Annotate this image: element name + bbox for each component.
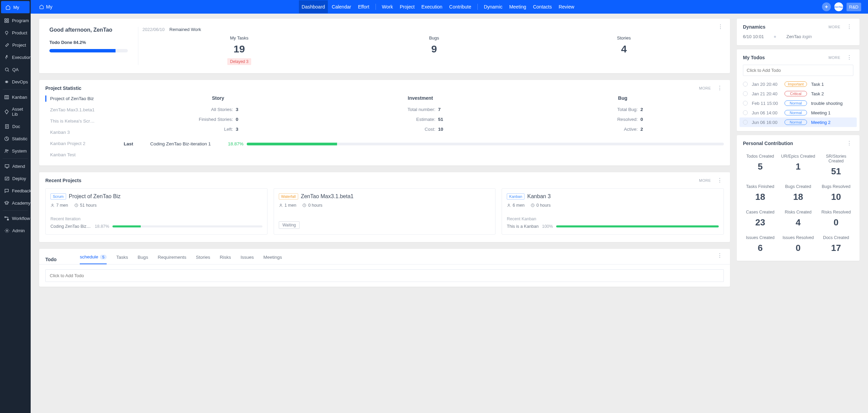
sidebar-item-statistic[interactable]: Statistic (0, 132, 31, 145)
add-button[interactable] (822, 2, 831, 11)
role-badge[interactable]: R&D (847, 3, 861, 11)
project-list-item[interactable]: This is Kelsea's Scr… (45, 118, 113, 124)
tab-execution[interactable]: Execution (419, 0, 445, 13)
svg-rect-2 (5, 21, 6, 22)
tab-contacts[interactable]: Contacts (530, 0, 554, 13)
recent-more[interactable]: MORE (699, 178, 711, 182)
breadcrumb[interactable]: My (31, 4, 61, 10)
sidebar-item-product[interactable]: Product (0, 27, 31, 39)
project-statistic-more-icon[interactable]: ⋮ (716, 85, 724, 91)
contribution-item[interactable]: Issues Resolved0 (781, 235, 815, 253)
project-list-item[interactable]: ZenTao Max3.1.beta1 (45, 107, 113, 113)
rocket-icon (4, 42, 10, 48)
sidebar-item-my[interactable]: My (1, 1, 30, 13)
sidebar-item-asset-lib[interactable]: Asset Lib (0, 103, 31, 120)
checkbox-icon[interactable] (743, 91, 748, 96)
checkbox-icon[interactable] (743, 82, 748, 86)
tab-dynamic[interactable]: Dynamic (481, 0, 505, 13)
tab-project[interactable]: Project (397, 0, 417, 13)
todo-tab-meetings[interactable]: Meetings (263, 255, 282, 264)
feedback-icon (4, 188, 9, 193)
sidebar-item-deploy[interactable]: Deploy (0, 172, 31, 185)
recent-more-icon[interactable]: ⋮ (716, 177, 724, 184)
contribution-item[interactable]: Docs Created17 (819, 235, 853, 253)
sidebar-item-program[interactable]: Program (0, 14, 31, 27)
sidebar-item-execution[interactable]: Execution (0, 51, 31, 63)
welcome-more-icon[interactable]: ⋮ (716, 23, 725, 30)
tab-calendar[interactable]: Calendar (329, 0, 354, 13)
svg-point-17 (52, 204, 53, 205)
contribution-item[interactable]: Todos Created5 (743, 154, 777, 177)
mytodo-row[interactable]: Feb 11 15:00Normaltrouble shooting (740, 98, 857, 108)
mytodo-row[interactable]: Jan 21 20:40CriticalTask 2 (740, 89, 857, 98)
mytodo-row[interactable]: Jan 20 20:40ImportantTask 1 (740, 79, 857, 89)
todo-tab-risks[interactable]: Risks (220, 255, 231, 264)
sidebar-item-system[interactable]: System (0, 145, 31, 157)
tab-dashboard[interactable]: Dashboard (299, 0, 328, 13)
project-list-item[interactable]: Project of ZenTao Biz (45, 95, 113, 102)
project-statistic-more[interactable]: MORE (699, 86, 711, 90)
contribution-item[interactable]: UR/Epics Created1 (781, 154, 815, 177)
todo-add-input[interactable] (45, 269, 724, 282)
project-list-item[interactable]: Kanban Project 2 (45, 140, 113, 147)
sidebar-item-attend[interactable]: Attend (0, 160, 31, 172)
svg-rect-14 (5, 217, 6, 218)
contribution-item[interactable]: Bugs Resolved10 (819, 184, 853, 202)
mytodo-row[interactable]: Jun 06 14:00NormalMeeting 1 (740, 108, 857, 117)
sidebar-item-doc[interactable]: Doc (0, 120, 31, 132)
contribution-item[interactable]: Cases Created23 (743, 210, 777, 228)
sidebar-item-academy[interactable]: Academy (0, 197, 31, 209)
todo-tab-issues[interactable]: Issues (241, 255, 254, 264)
welcome-stat[interactable]: Stories4 (617, 35, 631, 65)
sidebar-item-qa[interactable]: QA (0, 63, 31, 76)
my-todos-more[interactable]: MORE (828, 55, 840, 60)
welcome-stat[interactable]: My Tasks19Delayed 3 (227, 35, 251, 65)
delayed-badge: Delayed 3 (227, 58, 251, 65)
type-tag: Waterfall (279, 193, 298, 200)
last-iteration-name[interactable]: Coding ZenTao Biz-iteration 1 (150, 141, 211, 146)
contribution-more-icon[interactable]: ⋮ (845, 140, 853, 146)
contribution-item[interactable]: Risks Resolved0 (819, 210, 853, 228)
project-list-item[interactable]: Kanban Test (45, 152, 113, 158)
sidebar-item-devops[interactable]: DevOps (0, 76, 31, 88)
contribution-item[interactable]: Tasks Finished18 (743, 184, 777, 202)
logo-avatar[interactable]: ZenTao (834, 2, 843, 11)
sidebar-item-kanban[interactable]: Kanban (0, 91, 31, 103)
todo-tab-stories[interactable]: Stories (196, 255, 210, 264)
todo-tab-tasks[interactable]: Tasks (116, 255, 128, 264)
my-todos-add-input[interactable] (743, 65, 853, 76)
checkbox-icon[interactable] (743, 101, 748, 106)
todo-more-icon[interactable]: ⋮ (716, 252, 724, 259)
sidebar-item-admin[interactable]: Admin (0, 224, 31, 237)
sidebar-item-feedback[interactable]: Feedback (0, 185, 31, 197)
tab-work[interactable]: Work (379, 0, 396, 13)
checkbox-icon[interactable] (743, 110, 748, 115)
welcome-stat[interactable]: Bugs9 (429, 35, 439, 65)
todo-tab-schedule[interactable]: schedule5 (80, 254, 107, 264)
contribution-item[interactable]: Issues Created6 (743, 235, 777, 253)
recent-project-item[interactable]: ScrumProject of ZenTao Biz7 men51 hoursR… (45, 188, 268, 235)
todo-tab-bugs[interactable]: Bugs (138, 255, 148, 264)
dynamics-row[interactable]: 6/10 10:01 ZenTao login (743, 34, 853, 39)
dynamics-more-icon[interactable]: ⋮ (845, 23, 853, 30)
recent-project-item[interactable]: KanbanKanban 36 men0 hoursRecent KanbanT… (502, 188, 724, 235)
type-tag: Kanban (507, 193, 524, 200)
tab-effort[interactable]: Effort (355, 0, 372, 13)
mytodo-row[interactable]: Jun 06 16:00NormalMeeting 2 (740, 117, 857, 127)
contribution-item[interactable]: Bugs Created18 (781, 184, 815, 202)
tab-meeting[interactable]: Meeting (506, 0, 529, 13)
my-todos-more-icon[interactable]: ⋮ (845, 54, 853, 61)
contribution-item[interactable]: Risks Created4 (781, 210, 815, 228)
dynamics-title: Dynamics (743, 24, 765, 30)
recent-project-item[interactable]: WaterfallZenTao Max3.1.beta11 men0 hours… (274, 188, 496, 235)
tab-review[interactable]: Review (556, 0, 577, 13)
contribution-item[interactable]: SR/Stories Created51 (819, 154, 853, 177)
dynamics-more[interactable]: MORE (828, 25, 840, 29)
project-list-item[interactable]: Kanban 3 (45, 129, 113, 136)
sidebar-item-workflow[interactable]: Workflow (0, 212, 31, 224)
sidebar-item-project[interactable]: Project (0, 39, 31, 51)
tab-contribute[interactable]: Contribute (446, 0, 474, 13)
todo-tab-requirements[interactable]: Requirements (158, 255, 186, 264)
chart-icon (4, 136, 9, 141)
checkbox-icon[interactable] (743, 120, 748, 125)
